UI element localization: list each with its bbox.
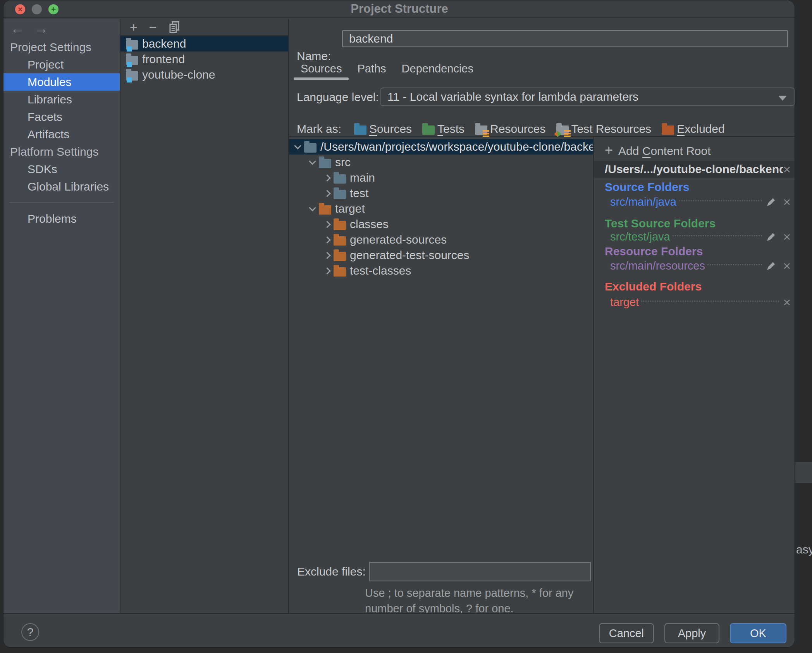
dotted-leader (673, 235, 762, 236)
exclude-files-input[interactable] (369, 562, 591, 581)
remove-folder-icon[interactable]: × (783, 296, 791, 309)
module-editor-header: Name: Sources Paths Dependencies Languag… (289, 19, 795, 137)
sidebar-item-facets[interactable]: Facets (3, 108, 120, 125)
mark-as-row: Mark as: Sources Tests Resources (297, 121, 725, 137)
chevron-down-icon[interactable] (294, 142, 301, 149)
sidebar-item-problems[interactable]: Problems (3, 210, 120, 227)
tree-label: target (335, 202, 365, 215)
content-root-path: /Users/.../youtube-clone/backend (605, 163, 783, 176)
excluded-folder-icon (334, 267, 346, 277)
tree-label: test (350, 187, 368, 200)
chevron-right-icon[interactable] (323, 190, 330, 197)
back-arrow-icon[interactable]: ← (10, 22, 24, 36)
module-label: youtube-clone (142, 68, 215, 81)
module-row-frontend[interactable]: frontend (120, 52, 288, 67)
tree-label: test-classes (350, 264, 411, 277)
chevron-right-icon[interactable] (323, 221, 330, 228)
sidebar-item-global-libraries[interactable]: Global Libraries (3, 178, 120, 195)
tree-row-src[interactable]: src (289, 155, 593, 170)
exclude-files-hint: Use ; to separate name patterns, * for a… (365, 585, 573, 613)
mark-as-excluded[interactable]: Excluded (662, 122, 724, 136)
edit-pencil-icon[interactable] (766, 231, 777, 242)
sidebar-item-modules[interactable]: Modules (3, 73, 120, 91)
tree-row-classes[interactable]: classes (289, 217, 593, 232)
exclude-files-label: Exclude files: (297, 562, 366, 581)
tab-paths[interactable]: Paths (349, 57, 394, 80)
module-row-backend[interactable]: backend (120, 36, 288, 52)
tree-row-content-root[interactable]: /Users/twan/projects/workspace/youtube-c… (289, 139, 593, 155)
remove-module-icon[interactable]: − (149, 21, 157, 34)
remove-folder-icon[interactable]: × (783, 259, 791, 272)
module-label: frontend (142, 53, 185, 66)
sidebar-item-sdks[interactable]: SDKs (3, 160, 120, 178)
chevron-right-icon[interactable] (323, 267, 330, 274)
copy-module-icon[interactable] (169, 21, 180, 33)
sidebar-divider (10, 202, 114, 203)
tab-sources[interactable]: Sources (293, 57, 349, 80)
remove-folder-icon[interactable]: × (783, 230, 791, 243)
test-arrows-icon (554, 131, 562, 137)
cancel-button[interactable]: Cancel (599, 623, 654, 643)
remove-folder-icon[interactable]: × (783, 195, 791, 208)
tree-row-target[interactable]: target (289, 201, 593, 217)
background-partial-text: asy (796, 543, 812, 556)
test-source-folder-row[interactable]: src/test/java × (605, 229, 791, 245)
excluded-folder-icon (334, 252, 346, 261)
excluded-folder-icon (319, 205, 331, 215)
tree-row-main[interactable]: main (289, 170, 593, 186)
tree-label: generated-test-sources (350, 249, 470, 262)
chevron-down-icon[interactable] (309, 158, 316, 165)
forward-arrow-icon[interactable]: → (34, 22, 48, 36)
edit-pencil-icon[interactable] (766, 196, 777, 207)
screen: asy × + Project Structure ← → Project Se… (0, 0, 812, 653)
module-name-input[interactable] (342, 30, 788, 47)
chevron-right-icon[interactable] (323, 174, 330, 181)
module-row-youtube-clone[interactable]: youtube-clone (120, 67, 288, 82)
source-folder-path: src/main/java (605, 196, 676, 208)
language-level-select[interactable]: 11 - Local variable syntax for lambda pa… (380, 88, 795, 106)
sidebar-item-project[interactable]: Project (3, 56, 120, 73)
tree-row-test[interactable]: test (289, 186, 593, 201)
module-icon (126, 56, 138, 65)
window-title: Project Structure (3, 0, 795, 17)
apply-button[interactable]: Apply (664, 623, 719, 643)
history-nav: ← → (3, 19, 120, 38)
excluded-folder-icon (662, 125, 674, 135)
module-toolbar: + − (120, 19, 288, 36)
tree-row-generated-test-sources[interactable]: generated-test-sources (289, 247, 593, 263)
test-resources-folder-icon (556, 125, 569, 135)
ok-button[interactable]: OK (730, 623, 786, 643)
content-root-panel: + Add Content Root /Users/.../youtube-cl… (593, 137, 795, 613)
content-root-header[interactable]: /Users/.../youtube-clone/backend × (594, 161, 795, 178)
sidebar-header-project-settings: Project Settings (3, 38, 120, 56)
excluded-folder-row[interactable]: target × (605, 294, 791, 310)
help-button[interactable]: ? (21, 623, 39, 641)
chevron-right-icon[interactable] (323, 236, 330, 243)
add-content-root-button[interactable]: + Add Content Root (605, 142, 711, 160)
sidebar-item-artifacts[interactable]: Artifacts (3, 125, 120, 143)
tests-folder-icon (422, 125, 435, 135)
module-list-panel: + − backend frontend youtu (120, 19, 289, 613)
edit-pencil-icon[interactable] (766, 260, 777, 271)
tree-row-generated-sources[interactable]: generated-sources (289, 232, 593, 247)
sidebar-item-libraries[interactable]: Libraries (3, 91, 120, 108)
folder-icon (319, 159, 331, 168)
tree-label: main (350, 171, 375, 184)
tree-row-test-classes[interactable]: test-classes (289, 263, 593, 278)
chevron-right-icon[interactable] (323, 252, 330, 259)
mark-as-tests[interactable]: Tests (422, 122, 464, 136)
tab-dependencies[interactable]: Dependencies (394, 57, 481, 80)
resource-folder-row[interactable]: src/main/resources × (605, 258, 791, 274)
mark-as-test-resources[interactable]: Test Resources (556, 122, 652, 136)
remove-root-icon[interactable]: × (783, 163, 791, 176)
chevron-down-icon[interactable] (309, 204, 316, 211)
dotted-leader (641, 301, 779, 302)
add-module-icon[interactable]: + (130, 21, 138, 34)
sidebar-header-platform-settings: Platform Settings (3, 143, 120, 160)
test-source-folder-path: src/test/java (605, 230, 670, 243)
dialog-footer: ? Cancel Apply OK (3, 613, 795, 648)
dotted-leader (679, 200, 762, 201)
mark-as-resources[interactable]: Resources (475, 122, 545, 136)
source-folder-row[interactable]: src/main/java × (605, 194, 791, 210)
mark-as-sources[interactable]: Sources (354, 122, 412, 136)
